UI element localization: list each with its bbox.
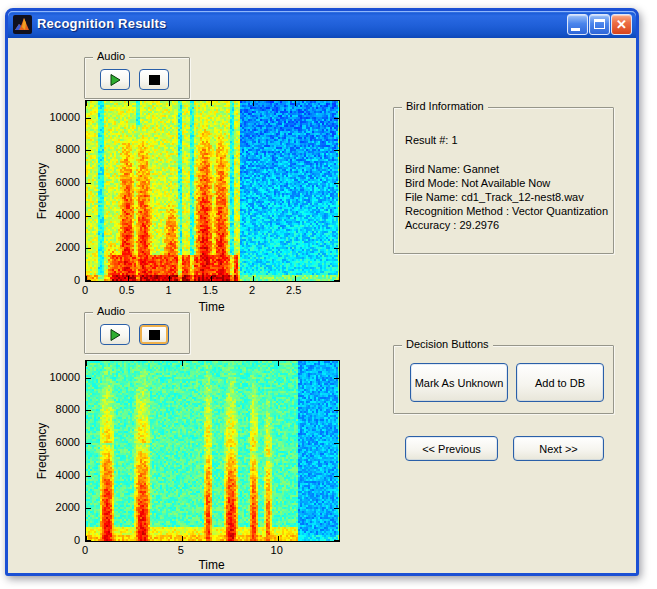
x-tick-label: 1 [165,284,171,296]
y-tick-label: 10000 [38,111,80,123]
y-tick-label: 0 [38,534,80,546]
bird-info-line: Recognition Method : Vector Quantization [405,204,608,218]
result-number: Result #: 1 [405,134,458,146]
y-tick-label: 4000 [38,469,80,481]
y-tick-label: 2000 [38,501,80,513]
x-tick-label: 0.5 [119,284,134,296]
y-tick-label: 2000 [38,241,80,253]
y-tick-label: 6000 [38,436,80,448]
x-tick-label: 5 [178,544,184,556]
y-axis-label-top: Frequency [35,101,49,281]
spectrogram-match [85,360,340,542]
audio-panel-bottom-label: Audio [93,305,129,317]
bird-information-label: Bird Information [402,100,488,112]
stop-icon [149,75,160,85]
x-tick-label: 1.5 [203,284,218,296]
stop-icon [149,330,160,340]
play-icon [110,329,121,341]
x-tick-label: 0 [82,284,88,296]
y-tick-label: 8000 [38,403,80,415]
title-bar[interactable]: Recognition Results ✕ [8,11,636,38]
previous-button[interactable]: << Previous [405,436,498,461]
stop-button-top[interactable] [139,69,169,90]
bird-info-line: Bird Name: Gannet [405,162,608,176]
x-tick-label: 2 [249,284,255,296]
audio-panel-top-label: Audio [93,50,129,62]
play-button-top[interactable] [100,69,130,90]
bird-info-line: File Name: cd1_Track_12-nest8.wav [405,190,608,204]
x-axis-label-bottom: Time [85,558,338,572]
stop-button-bottom[interactable] [139,324,169,345]
bird-info-line: Bird Mode: Not Available Now [405,176,608,190]
maximize-icon [594,19,605,29]
x-tick-label: 0 [82,544,88,556]
recognition-results-window: Recognition Results ✕ Audio Time Frequen… [5,8,639,576]
audio-panel-top: Audio [84,57,190,99]
minimize-button[interactable] [567,14,588,35]
y-tick-label: 6000 [38,176,80,188]
y-tick-label: 4000 [38,209,80,221]
next-button[interactable]: Next >> [513,436,604,461]
decision-buttons-panel: Decision Buttons Mark As Unknown Add to … [393,345,614,414]
y-tick-label: 0 [38,274,80,286]
play-button-bottom[interactable] [100,324,130,345]
audio-panel-bottom: Audio [84,312,190,354]
spectrogram-query [85,100,340,282]
y-tick-label: 10000 [38,371,80,383]
y-tick-label: 8000 [38,143,80,155]
x-tick-label: 10 [271,544,283,556]
add-to-db-button[interactable]: Add to DB [516,363,604,402]
bird-info-line: Accuracy : 29.2976 [405,218,608,232]
close-button[interactable]: ✕ [611,14,632,35]
play-icon [110,74,121,86]
minimize-icon [571,28,580,31]
client-area: Audio Time Frequency Bird Information Re… [8,38,636,573]
decision-buttons-label: Decision Buttons [402,338,493,350]
y-axis-label-bottom: Frequency [35,361,49,541]
x-tick-label: 2.5 [286,284,301,296]
bird-information-panel: Bird Information Result #: 1 Bird Name: … [393,107,614,254]
matlab-icon [13,15,32,34]
mark-as-unknown-button[interactable]: Mark As Unknown [410,363,508,402]
maximize-button[interactable] [589,14,610,35]
window-title: Recognition Results [37,16,166,31]
bird-details: Bird Name: GannetBird Mode: Not Availabl… [405,162,608,232]
